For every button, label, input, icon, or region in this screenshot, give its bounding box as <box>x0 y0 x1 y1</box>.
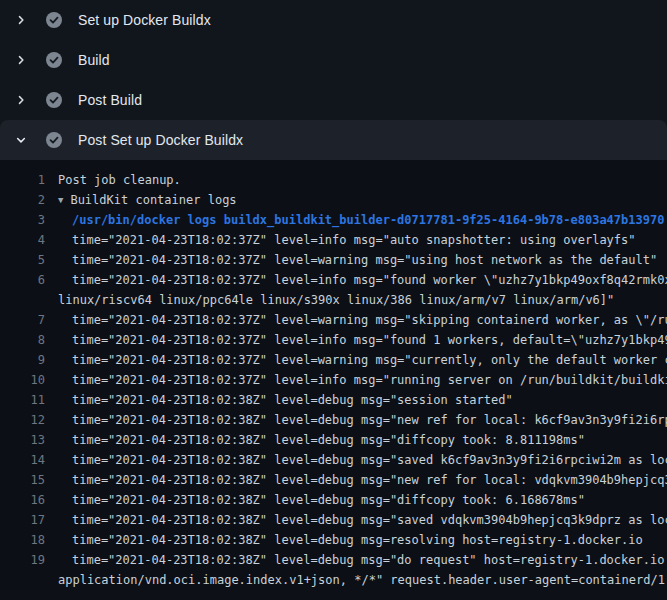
log-line-text: /usr/bin/docker logs buildx_buildkit_bui… <box>45 210 664 230</box>
log-line: 18 time="2021-04-23T18:02:38Z" level=deb… <box>0 530 667 550</box>
step-row-build[interactable]: Build <box>0 40 667 80</box>
step-row-set-up-docker-buildx[interactable]: Set up Docker Buildx <box>0 0 667 40</box>
log-line: 19 time="2021-04-23T18:02:38Z" level=deb… <box>0 550 667 570</box>
chevron-icon[interactable] <box>13 132 29 148</box>
log-line-text: time="2021-04-23T18:02:38Z" level=debug … <box>45 530 643 550</box>
step-label: Post Set up Docker Buildx <box>78 132 243 148</box>
check-circle-icon <box>46 132 62 148</box>
check-circle-icon <box>46 52 62 68</box>
workflow-log-viewer: Set up Docker Buildx Build <box>0 0 667 600</box>
check-circle-icon <box>46 92 62 108</box>
log-line: 15 time="2021-04-23T18:02:38Z" level=deb… <box>0 470 667 490</box>
steps-list: Set up Docker Buildx Build <box>0 0 667 160</box>
log-line-text: time="2021-04-23T18:02:37Z" level=info m… <box>45 370 667 390</box>
log-line-text: linux/riscv64 linux/ppc64le linux/s390x … <box>45 290 614 310</box>
log-line: 4 time="2021-04-23T18:02:37Z" level=info… <box>0 230 667 250</box>
log-line: application/vnd.oci.image.index.v1+json,… <box>0 570 667 590</box>
log-line: 3 /usr/bin/docker logs buildx_buildkit_b… <box>0 210 667 230</box>
log-line: 2▼ BuildKit container logs <box>0 190 667 210</box>
log-line-number[interactable]: 19 <box>0 550 45 570</box>
log-line-number[interactable]: 12 <box>0 410 45 430</box>
log-line-text: Post job cleanup. <box>45 170 181 190</box>
chevron-right-icon <box>15 94 27 106</box>
log-line-number[interactable]: 11 <box>0 390 45 410</box>
log-line-number[interactable]: 13 <box>0 430 45 450</box>
step-row-post-build[interactable]: Post Build <box>0 80 667 120</box>
log-line: 14 time="2021-04-23T18:02:38Z" level=deb… <box>0 450 667 470</box>
log-line-text: BuildKit container logs <box>70 190 236 210</box>
log-line: 11 time="2021-04-23T18:02:38Z" level=deb… <box>0 390 667 410</box>
group-expand-icon[interactable]: ▼ <box>58 190 63 210</box>
log-line-number[interactable]: 18 <box>0 530 45 550</box>
log-line-number[interactable]: 16 <box>0 490 45 510</box>
log-line: 12 time="2021-04-23T18:02:38Z" level=deb… <box>0 410 667 430</box>
log-line-number[interactable]: 8 <box>0 330 45 350</box>
log-line-text: time="2021-04-23T18:02:37Z" level=info m… <box>45 270 667 290</box>
log-line: 7 time="2021-04-23T18:02:37Z" level=warn… <box>0 310 667 330</box>
log-line-number[interactable]: 6 <box>0 270 45 290</box>
log-line-text: time="2021-04-23T18:02:38Z" level=debug … <box>45 410 667 430</box>
log-line-text: application/vnd.oci.image.index.v1+json,… <box>45 570 667 590</box>
log-line-text: time="2021-04-23T18:02:37Z" level=info m… <box>45 230 636 250</box>
log-line-number[interactable]: 2 <box>0 190 45 210</box>
chevron-down-icon <box>15 134 27 146</box>
log-line-text: time="2021-04-23T18:02:37Z" level=warnin… <box>45 250 657 270</box>
log-line-number[interactable]: 3 <box>0 210 45 230</box>
log-line-text: time="2021-04-23T18:02:38Z" level=debug … <box>45 550 667 570</box>
check-circle-icon <box>46 12 62 28</box>
log-line-text: time="2021-04-23T18:02:37Z" level=warnin… <box>45 310 667 330</box>
step-label: Post Build <box>78 92 142 108</box>
log-line-number[interactable]: 14 <box>0 450 45 470</box>
chevron-icon[interactable] <box>13 12 29 28</box>
log-line-number[interactable]: 15 <box>0 470 45 490</box>
step-label: Build <box>78 52 110 68</box>
log-line-text: time="2021-04-23T18:02:38Z" level=debug … <box>45 510 667 530</box>
log-area: 1 Post job cleanup. 2▼ BuildKit containe… <box>0 160 667 590</box>
log-line: 10 time="2021-04-23T18:02:37Z" level=inf… <box>0 370 667 390</box>
log-line-number[interactable] <box>0 570 45 590</box>
log-line-number[interactable]: 9 <box>0 350 45 370</box>
chevron-icon[interactable] <box>13 92 29 108</box>
log-line-text: time="2021-04-23T18:02:38Z" level=debug … <box>45 470 667 490</box>
log-line-number[interactable]: 17 <box>0 510 45 530</box>
log-line: 13 time="2021-04-23T18:02:38Z" level=deb… <box>0 430 667 450</box>
log-line-text: time="2021-04-23T18:02:37Z" level=warnin… <box>45 350 667 370</box>
log-line: 16 time="2021-04-23T18:02:38Z" level=deb… <box>0 490 667 510</box>
log-line: 17 time="2021-04-23T18:02:38Z" level=deb… <box>0 510 667 530</box>
log-line: 1 Post job cleanup. <box>0 170 667 190</box>
log-line-text: time="2021-04-23T18:02:37Z" level=info m… <box>45 330 667 350</box>
chevron-icon[interactable] <box>13 52 29 68</box>
step-row-post-set-up-docker-buildx[interactable]: Post Set up Docker Buildx <box>0 120 667 160</box>
log-line: linux/riscv64 linux/ppc64le linux/s390x … <box>0 290 667 310</box>
log-line: 9 time="2021-04-23T18:02:37Z" level=warn… <box>0 350 667 370</box>
log-line: 8 time="2021-04-23T18:02:37Z" level=info… <box>0 330 667 350</box>
log-line-text: time="2021-04-23T18:02:38Z" level=debug … <box>45 490 585 510</box>
log-line-text: time="2021-04-23T18:02:38Z" level=debug … <box>45 450 667 470</box>
log-line-text: time="2021-04-23T18:02:38Z" level=debug … <box>45 390 513 410</box>
log-line: 5 time="2021-04-23T18:02:37Z" level=warn… <box>0 250 667 270</box>
chevron-right-icon <box>15 14 27 26</box>
chevron-right-icon <box>15 54 27 66</box>
log-line: 6 time="2021-04-23T18:02:37Z" level=info… <box>0 270 667 290</box>
step-label: Set up Docker Buildx <box>78 12 211 28</box>
log-line-number[interactable]: 5 <box>0 250 45 270</box>
log-line-text: time="2021-04-23T18:02:38Z" level=debug … <box>45 430 585 450</box>
log-line-number[interactable]: 7 <box>0 310 45 330</box>
log-line-number[interactable]: 4 <box>0 230 45 250</box>
log-line-number[interactable]: 10 <box>0 370 45 390</box>
log-line-number[interactable]: 1 <box>0 170 45 190</box>
log-line-number[interactable] <box>0 290 45 310</box>
